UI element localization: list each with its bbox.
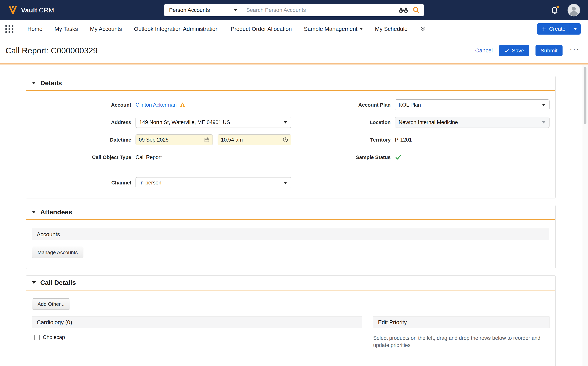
brand-secondary: CRM: [39, 6, 54, 14]
product-group-header: Cardiology (0): [32, 316, 362, 328]
time-field: [218, 134, 291, 145]
nav-item-label: My Schedule: [375, 26, 408, 32]
section-title: Call Details: [40, 279, 76, 286]
create-dropdown-button[interactable]: [570, 23, 581, 35]
nav-item-label: Product Order Allocation: [230, 26, 292, 32]
brand-primary: Vault: [21, 6, 37, 14]
nav-item-my-accounts[interactable]: My Accounts: [90, 26, 122, 32]
accounts-subheader: Accounts: [32, 229, 549, 240]
nav-item-sample-management[interactable]: Sample Management: [304, 26, 363, 32]
search-icon[interactable]: [413, 6, 420, 14]
nav-item-home[interactable]: Home: [27, 26, 42, 32]
field-row: Channel In-person: [26, 177, 555, 188]
chevron-down-icon: [284, 121, 287, 123]
location-value: Newton Internal Medicine: [399, 119, 458, 125]
scrollbar-thumb[interactable]: [584, 67, 587, 124]
page-title: Call Report: C000000329: [5, 46, 98, 55]
manage-accounts-button[interactable]: Manage Accounts: [32, 247, 83, 258]
product-label: Cholecap: [43, 334, 65, 340]
details-section: Details Account Clinton Ackerman Account…: [26, 76, 556, 198]
attendees-body: Accounts Manage Accounts: [26, 229, 555, 269]
plus-icon: [541, 26, 546, 31]
account-link[interactable]: Clinton Ackerman: [135, 102, 177, 108]
call-details-body: Add Other... Cardiology (0) Cholecap Edi…: [26, 290, 555, 366]
location-label: Location: [295, 119, 391, 125]
date-field: [135, 134, 213, 145]
main-nav: Home My Tasks My Accounts Outlook Integr…: [0, 20, 588, 38]
field-row: Address 149 North St, Waterville, ME 049…: [26, 117, 555, 128]
channel-label: Channel: [26, 180, 131, 186]
chevron-down-icon: [360, 28, 363, 30]
nav-item-label: Outlook Integration Administration: [134, 26, 219, 32]
double-chevron-down-icon: [420, 26, 426, 32]
calendar-icon[interactable]: [204, 137, 210, 143]
create-button[interactable]: Create: [537, 23, 570, 35]
details-section-header[interactable]: Details: [26, 76, 555, 91]
binoculars-icon[interactable]: [398, 7, 409, 13]
channel-value: In-person: [139, 180, 161, 186]
account-label: Account: [26, 102, 131, 108]
manage-accounts-label: Manage Accounts: [38, 250, 78, 256]
call-details-section: Call Details Add Other... Cardiology (0)…: [26, 275, 556, 366]
collapse-caret-icon: [32, 281, 36, 284]
create-split-button: Create: [537, 23, 581, 35]
save-button-label: Save: [512, 48, 524, 54]
nav-overflow-button[interactable]: [420, 26, 426, 32]
submit-button[interactable]: Submit: [535, 45, 563, 56]
attendees-section-header[interactable]: Attendees: [26, 205, 555, 220]
search-scope-value: Person Accounts: [169, 7, 210, 13]
datetime-label: Datetime: [26, 137, 131, 143]
vault-logo-icon: [8, 5, 18, 15]
avatar[interactable]: [567, 4, 580, 16]
territory-label: Territory: [295, 137, 391, 143]
product-group-panel: Cardiology (0) Cholecap: [32, 316, 362, 349]
clock-icon[interactable]: [282, 137, 288, 143]
territory-value: P-1201: [395, 137, 549, 143]
chevron-down-icon: [234, 9, 237, 11]
chevron-down-icon: [284, 182, 287, 184]
address-select[interactable]: 149 North St, Waterville, ME 04901 US: [135, 117, 291, 128]
cancel-button[interactable]: Cancel: [475, 47, 493, 54]
field-row: Account Clinton Ackerman Account Plan KO…: [26, 99, 555, 110]
notification-dot: [556, 5, 560, 9]
edit-priority-instructions: Select products on the left, drag and dr…: [373, 335, 545, 349]
date-input[interactable]: [139, 137, 204, 143]
field-row: Datetime: [26, 134, 555, 145]
app-launcher-icon[interactable]: [5, 25, 13, 33]
save-button[interactable]: Save: [499, 45, 529, 56]
product-checkbox[interactable]: [34, 335, 40, 340]
nav-item-product-order-allocation[interactable]: Product Order Allocation: [230, 26, 292, 32]
more-actions-button[interactable]: ···: [569, 47, 580, 54]
nav-item-my-schedule[interactable]: My Schedule: [375, 26, 408, 32]
account-plan-label: Account Plan: [295, 102, 391, 108]
nav-item-label: My Accounts: [90, 26, 122, 32]
submit-button-label: Submit: [540, 48, 557, 54]
add-other-button[interactable]: Add Other...: [32, 298, 70, 310]
nav-item-label: My Tasks: [55, 26, 78, 32]
account-plan-select[interactable]: KOL Plan: [395, 99, 549, 110]
edit-priority-panel: Edit Priority Select products on the lef…: [373, 316, 549, 349]
page-header: Call Report: C000000329 Cancel Save Subm…: [0, 38, 588, 64]
nav-item-outlook-integration-administration[interactable]: Outlook Integration Administration: [134, 26, 219, 32]
main-content: Details Account Clinton Ackerman Account…: [0, 64, 588, 366]
call-details-section-header[interactable]: Call Details: [26, 275, 555, 290]
nav-links: Home My Tasks My Accounts Outlook Integr…: [27, 26, 426, 32]
time-input[interactable]: [221, 137, 282, 143]
collapse-caret-icon: [32, 211, 36, 214]
nav-item-my-tasks[interactable]: My Tasks: [55, 26, 78, 32]
nav-item-label: Sample Management: [304, 26, 358, 32]
edit-priority-header: Edit Priority: [373, 316, 549, 328]
warning-icon[interactable]: [179, 102, 186, 108]
chevron-down-icon: [542, 121, 545, 123]
section-title: Details: [40, 79, 62, 87]
notifications-button[interactable]: [549, 5, 560, 15]
collapse-caret-icon: [32, 82, 36, 84]
search-scope-select[interactable]: Person Accounts: [164, 4, 242, 16]
brand: VaultCRM: [8, 5, 54, 15]
search-input[interactable]: [246, 7, 395, 13]
attendees-section: Attendees Accounts Manage Accounts: [26, 205, 556, 269]
nav-item-label: Home: [27, 26, 42, 32]
channel-select[interactable]: In-person: [135, 177, 291, 188]
add-other-label: Add Other...: [38, 301, 64, 307]
product-checkbox-row[interactable]: Cholecap: [34, 334, 362, 340]
